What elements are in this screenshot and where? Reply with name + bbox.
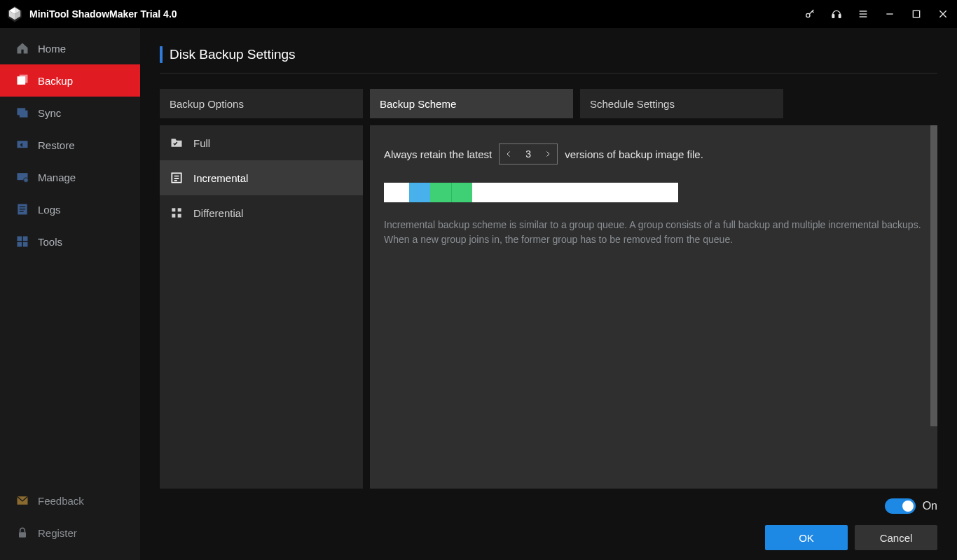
tabs-row: Backup Options Backup Scheme Schedule Se… xyxy=(140,79,957,118)
scheme-list: Full Incremental Differential xyxy=(160,125,363,489)
svg-rect-6 xyxy=(886,13,893,14)
viz-full-segment xyxy=(409,183,430,202)
version-stepper: 3 xyxy=(499,144,558,164)
svg-point-0 xyxy=(806,13,810,17)
toggle-knob xyxy=(902,500,914,512)
retain-prefix: Always retain the latest xyxy=(384,148,492,160)
sync-icon xyxy=(15,106,29,120)
svg-rect-21 xyxy=(18,242,22,247)
sidebar-item-register[interactable]: Register xyxy=(0,517,140,549)
sidebar-item-label: Register xyxy=(38,527,77,539)
app-title: MiniTool ShadowMaker Trial 4.0 xyxy=(29,8,177,20)
tools-icon xyxy=(15,234,29,248)
viz-incremental-segment xyxy=(430,183,451,202)
title-left: MiniTool ShadowMaker Trial 4.0 xyxy=(6,5,177,23)
sidebar-item-feedback[interactable]: Feedback xyxy=(0,484,140,517)
ok-button[interactable]: OK xyxy=(765,525,848,550)
svg-rect-28 xyxy=(172,214,175,218)
menu-icon[interactable] xyxy=(855,6,872,22)
tab-schedule-settings[interactable]: Schedule Settings xyxy=(580,89,783,118)
sidebar-item-label: Backup xyxy=(38,75,73,87)
scheme-item-label: Incremental xyxy=(193,172,248,184)
sidebar-item-sync[interactable]: Sync xyxy=(0,97,140,129)
toggle-label: On xyxy=(923,500,937,512)
svg-rect-26 xyxy=(172,208,175,211)
svg-rect-18 xyxy=(20,211,24,212)
scheme-item-label: Differential xyxy=(193,207,243,219)
sidebar-item-restore[interactable]: Restore xyxy=(0,129,140,161)
svg-rect-20 xyxy=(23,237,28,241)
maximize-icon[interactable] xyxy=(908,6,925,22)
stepper-decrease[interactable] xyxy=(500,144,518,164)
sidebar-item-home[interactable]: Home xyxy=(0,32,140,64)
sidebar-item-label: Tools xyxy=(38,236,62,248)
sidebar-item-logs[interactable]: Logs xyxy=(0,193,140,225)
scheme-description: Incremental backup scheme is similar to … xyxy=(384,218,923,247)
svg-rect-17 xyxy=(20,209,25,209)
viz-gap xyxy=(384,183,409,202)
svg-rect-7 xyxy=(913,10,919,17)
stepper-value: 3 xyxy=(518,148,539,160)
viz-incremental-segment xyxy=(451,183,472,202)
scheme-toggle[interactable] xyxy=(885,498,916,514)
differential-icon xyxy=(170,206,184,220)
scrollbar[interactable] xyxy=(930,125,937,426)
page-header: Disk Backup Settings xyxy=(160,46,937,74)
svg-rect-29 xyxy=(178,214,181,218)
sidebar-item-backup[interactable]: Backup xyxy=(0,64,140,97)
sidebar: Home Backup Sync Restore Manage xyxy=(0,28,140,560)
toggle-row: On xyxy=(885,498,937,514)
svg-rect-11 xyxy=(20,111,28,118)
nav-top: Home Backup Sync Restore Manage xyxy=(0,28,140,484)
main: Disk Backup Settings Backup Options Back… xyxy=(140,28,957,560)
sidebar-item-label: Logs xyxy=(38,204,61,216)
stepper-increase[interactable] xyxy=(539,144,557,164)
title-controls xyxy=(801,6,951,22)
svg-rect-5 xyxy=(860,16,867,17)
accent-bar xyxy=(160,46,163,63)
tab-backup-options[interactable]: Backup Options xyxy=(160,89,363,118)
scheme-item-differential[interactable]: Differential xyxy=(160,195,363,230)
tab-backup-scheme[interactable]: Backup Scheme xyxy=(370,89,573,118)
home-icon xyxy=(15,41,29,55)
svg-rect-27 xyxy=(178,208,181,211)
page-title: Disk Backup Settings xyxy=(170,47,296,62)
footer: On OK Cancel xyxy=(140,489,957,560)
sidebar-item-manage[interactable]: Manage xyxy=(0,161,140,193)
restore-icon xyxy=(15,138,29,152)
svg-rect-19 xyxy=(18,237,22,241)
svg-point-14 xyxy=(24,178,29,183)
manage-icon xyxy=(15,170,29,184)
backup-visualization xyxy=(384,183,678,202)
folder-check-icon xyxy=(170,136,184,150)
logs-icon xyxy=(15,202,29,216)
backup-icon xyxy=(15,74,29,88)
scheme-item-incremental[interactable]: Incremental xyxy=(160,160,363,195)
retain-line: Always retain the latest 3 versions of b… xyxy=(384,144,923,164)
page-header-wrap: Disk Backup Settings xyxy=(140,28,957,79)
feedback-icon xyxy=(15,493,29,507)
key-icon[interactable] xyxy=(801,6,818,22)
sidebar-item-label: Manage xyxy=(38,172,76,183)
content-row: Full Incremental Differential xyxy=(140,118,957,489)
cancel-button[interactable]: Cancel xyxy=(855,525,937,550)
body: Home Backup Sync Restore Manage xyxy=(0,28,957,560)
nav-bottom: Feedback Register xyxy=(0,484,140,560)
svg-rect-22 xyxy=(23,242,28,247)
sidebar-item-label: Restore xyxy=(38,139,75,151)
svg-rect-9 xyxy=(20,75,28,83)
titlebar: MiniTool ShadowMaker Trial 4.0 xyxy=(0,0,957,28)
sidebar-item-tools[interactable]: Tools xyxy=(0,225,140,258)
svg-rect-16 xyxy=(20,206,25,207)
app-window: MiniTool ShadowMaker Trial 4.0 Home Back… xyxy=(0,0,957,560)
button-row: OK Cancel xyxy=(765,525,937,550)
scheme-item-full[interactable]: Full xyxy=(160,125,363,160)
svg-rect-1 xyxy=(832,15,834,18)
sidebar-item-label: Sync xyxy=(38,107,61,119)
svg-rect-3 xyxy=(860,10,867,11)
svg-rect-4 xyxy=(860,13,867,14)
close-icon[interactable] xyxy=(935,6,951,22)
minimize-icon[interactable] xyxy=(881,6,898,22)
register-icon xyxy=(15,526,29,540)
headset-icon[interactable] xyxy=(828,6,845,22)
